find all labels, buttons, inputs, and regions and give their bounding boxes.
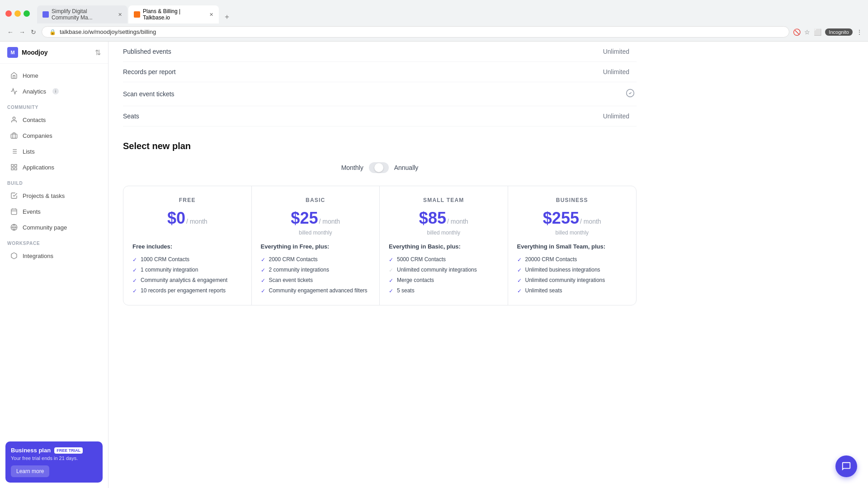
small-team-feature-3-text: Merge contacts [397, 277, 434, 283]
free-feature-2-text: 1 community integration [141, 267, 198, 273]
small-team-plan-price: $85 / month [389, 209, 499, 228]
sidebar-item-applications[interactable]: Applications [3, 160, 105, 175]
billing-toggle: Monthly Annually [123, 162, 637, 173]
tab1-favicon [42, 11, 49, 18]
home-label: Home [23, 72, 38, 79]
sidebar-item-community-page[interactable]: Community page [3, 220, 105, 235]
small-team-feature-3: ✓ Merge contacts [389, 277, 499, 284]
forward-button[interactable]: → [17, 28, 27, 37]
small-team-plan-amount: $85 [419, 209, 446, 228]
feature-row-scan-tickets: Scan event tickets [123, 82, 637, 106]
small-team-feature-2-text: Unlimited community integrations [397, 267, 477, 273]
business-plan-banner: Business plan FREE TRIAL Your free trial… [5, 441, 103, 483]
free-feature-2: ✓ 1 community integration [132, 267, 242, 273]
basic-check-1: ✓ [261, 257, 265, 263]
sidebar-item-analytics[interactable]: Analytics i [3, 84, 105, 99]
free-feature-list: ✓ 1000 CRM Contacts ✓ 1 community integr… [132, 256, 242, 294]
close-window-button[interactable] [5, 10, 12, 17]
banner-title: Business plan [11, 447, 51, 454]
learn-more-button[interactable]: Learn more [11, 465, 49, 477]
annually-label: Annually [394, 164, 419, 171]
browser-tab-2[interactable]: Plans & Billing | Talkbase.io ✕ [128, 5, 219, 23]
chat-button[interactable] [835, 455, 857, 477]
home-icon [10, 71, 18, 80]
sidebar-item-lists[interactable]: Lists [3, 144, 105, 159]
free-feature-1: ✓ 1000 CRM Contacts [132, 256, 242, 263]
window-controls [5, 10, 30, 17]
tab2-close[interactable]: ✕ [209, 12, 213, 18]
basic-check-4: ✓ [261, 288, 265, 294]
split-screen-icon[interactable]: ⬜ [814, 28, 821, 36]
business-feature-4-text: Unlimited seats [525, 287, 562, 294]
basic-plan-price: $25 / month [261, 209, 371, 228]
feature-records-name: Records per report [123, 68, 582, 75]
business-feature-list: ✓ 20000 CRM Contacts ✓ Unlimited busines… [517, 256, 627, 294]
svg-point-0 [13, 117, 15, 119]
applications-icon [10, 163, 18, 171]
feature-row-published-events: Published events Unlimited [123, 42, 637, 62]
sidebar-item-events[interactable]: Events [3, 204, 105, 219]
projects-label: Projects & tasks [23, 192, 65, 199]
url-bar[interactable]: 🔒 talkbase.io/w/moodjoy/settings/billing [42, 26, 789, 38]
feature-rows: Published events Unlimited Records per r… [123, 42, 637, 127]
plan-card-small-team: SMALL TEAM $85 / month billed monthly Ev… [380, 186, 508, 305]
basic-feature-4: ✓ Community engagement advanced filters [261, 287, 371, 294]
minimize-window-button[interactable] [14, 10, 21, 17]
business-feature-2-text: Unlimited business integrations [525, 267, 600, 273]
basic-feature-2-text: 2 community integrations [269, 267, 329, 273]
free-trial-badge: FREE TRIAL [54, 447, 83, 454]
small-team-check-2: ✓ [389, 267, 393, 273]
applications-label: Applications [23, 164, 54, 171]
feature-published-events-name: Published events [123, 48, 582, 55]
reload-button[interactable]: ↻ [29, 28, 38, 37]
basic-feature-1-text: 2000 CRM Contacts [269, 256, 318, 263]
small-team-feature-2: ✓ Unlimited community integrations [389, 267, 499, 273]
org-name-label: Moodjoy [22, 49, 48, 56]
sidebar-item-projects[interactable]: Projects & tasks [3, 188, 105, 203]
bookmark-icon[interactable]: ☆ [804, 28, 810, 36]
basic-check-3: ✓ [261, 277, 265, 284]
integrations-icon [10, 252, 18, 260]
back-button[interactable]: ← [5, 28, 15, 37]
sidebar-item-companies[interactable]: Companies [3, 128, 105, 143]
lock-icon: 🔒 [49, 29, 56, 35]
sidebar-item-home[interactable]: Home [3, 68, 105, 83]
sidebar-toggle[interactable]: ⇅ [95, 48, 101, 57]
basic-feature-3-text: Scan event tickets [269, 277, 313, 283]
small-team-feature-4-text: 5 seats [397, 287, 415, 294]
sidebar-item-contacts[interactable]: Contacts [3, 112, 105, 127]
browser-tab-1[interactable]: Simplify Digital Community Ma... ✕ [37, 5, 127, 23]
billing-toggle-switch[interactable] [369, 162, 389, 173]
small-team-plan-description: Everything in Basic, plus: [389, 243, 499, 250]
lists-label: Lists [23, 148, 35, 155]
tab2-favicon [134, 11, 140, 18]
tab1-close[interactable]: ✕ [118, 12, 122, 18]
small-team-plan-billing: billed monthly [389, 230, 499, 236]
menu-icon[interactable]: ⋮ [856, 28, 863, 36]
url-text: talkbase.io/w/moodjoy/settings/billing [60, 28, 156, 35]
maximize-window-button[interactable] [24, 10, 30, 17]
contacts-icon [10, 116, 18, 124]
plan-card-basic: BASIC $25 / month billed monthly Everyth… [252, 186, 380, 305]
new-tab-button[interactable]: ＋ [220, 10, 234, 23]
business-feature-2: ✓ Unlimited business integrations [517, 267, 627, 273]
incognito-badge: Incognito [825, 28, 853, 36]
content-inner: Published events Unlimited Records per r… [108, 42, 651, 320]
free-plan-period: / month [186, 218, 208, 225]
sidebar-item-integrations[interactable]: Integrations [3, 248, 105, 263]
free-check-2: ✓ [132, 267, 137, 273]
feature-row-records-per-report: Records per report Unlimited [123, 62, 637, 82]
plan-card-business: BUSINESS $255 / month billed monthly Eve… [508, 186, 637, 305]
sidebar-header: M Moodjoy ⇅ [0, 42, 108, 64]
svg-rect-1 [11, 134, 17, 138]
sidebar-nav: Home Analytics i COMMUNITY Contacts [0, 64, 108, 267]
basic-plan-period: / month [319, 218, 340, 225]
business-check-4: ✓ [517, 288, 522, 294]
banner-title-row: Business plan FREE TRIAL [11, 447, 97, 454]
contacts-label: Contacts [23, 117, 46, 123]
small-team-feature-1-text: 5000 CRM Contacts [397, 256, 446, 263]
toggle-knob [374, 163, 383, 172]
business-plan-billing: billed monthly [517, 230, 627, 236]
free-feature-1-text: 1000 CRM Contacts [141, 256, 189, 263]
tab1-label: Simplify Digital Community Ma... [52, 8, 113, 21]
